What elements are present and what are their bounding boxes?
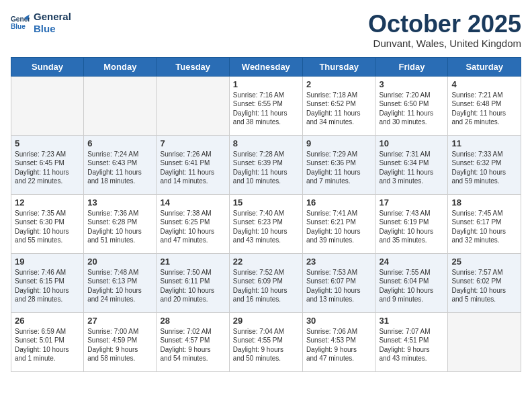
day-number: 12 (15, 197, 80, 208)
day-cell: 19Sunrise: 7:46 AM Sunset: 6:15 PM Dayli… (11, 253, 84, 312)
day-number: 4 (451, 79, 517, 89)
day-cell: 2Sunrise: 7:18 AM Sunset: 6:52 PM Daylig… (302, 76, 375, 135)
day-cell: 7Sunrise: 7:26 AM Sunset: 6:41 PM Daylig… (157, 135, 229, 194)
day-number: 27 (87, 316, 152, 326)
day-cell: 5Sunrise: 7:23 AM Sunset: 6:45 PM Daylig… (11, 135, 84, 194)
day-info: Sunrise: 7:48 AM Sunset: 6:13 PM Dayligh… (87, 268, 152, 304)
page-header: General Blue General Blue October 2025 D… (11, 11, 521, 49)
day-cell: 17Sunrise: 7:43 AM Sunset: 6:19 PM Dayli… (375, 194, 448, 253)
day-info: Sunrise: 7:29 AM Sunset: 6:36 PM Dayligh… (306, 150, 372, 186)
calendar-table: SundayMondayTuesdayWednesdayThursdayFrid… (11, 57, 521, 372)
day-cell: 22Sunrise: 7:52 AM Sunset: 6:09 PM Dayli… (229, 253, 302, 312)
day-info: Sunrise: 7:50 AM Sunset: 6:11 PM Dayligh… (160, 268, 225, 304)
day-info: Sunrise: 7:23 AM Sunset: 6:45 PM Dayligh… (15, 150, 80, 186)
day-info: Sunrise: 6:59 AM Sunset: 5:01 PM Dayligh… (15, 327, 80, 363)
logo: General Blue General Blue (11, 11, 71, 35)
day-cell: 16Sunrise: 7:41 AM Sunset: 6:21 PM Dayli… (302, 194, 375, 253)
day-number: 7 (160, 138, 225, 148)
day-cell: 11Sunrise: 7:33 AM Sunset: 6:32 PM Dayli… (448, 135, 521, 194)
day-number: 13 (87, 197, 152, 208)
day-cell: 25Sunrise: 7:57 AM Sunset: 6:02 PM Dayli… (448, 253, 521, 312)
day-number: 22 (233, 257, 299, 267)
day-info: Sunrise: 7:21 AM Sunset: 6:48 PM Dayligh… (451, 91, 517, 127)
day-number: 1 (233, 79, 299, 89)
day-info: Sunrise: 7:52 AM Sunset: 6:09 PM Dayligh… (233, 268, 299, 304)
day-info: Sunrise: 7:24 AM Sunset: 6:43 PM Dayligh… (87, 150, 152, 186)
day-info: Sunrise: 7:31 AM Sunset: 6:34 PM Dayligh… (379, 150, 444, 186)
day-number: 26 (15, 316, 80, 326)
day-cell: 27Sunrise: 7:00 AM Sunset: 4:59 PM Dayli… (84, 312, 157, 371)
day-cell: 26Sunrise: 6:59 AM Sunset: 5:01 PM Dayli… (11, 312, 84, 371)
day-number: 6 (87, 138, 152, 148)
day-info: Sunrise: 7:53 AM Sunset: 6:07 PM Dayligh… (306, 268, 372, 304)
day-cell: 1Sunrise: 7:16 AM Sunset: 6:55 PM Daylig… (229, 76, 302, 135)
weekday-header-sunday: Sunday (11, 57, 84, 76)
day-info: Sunrise: 7:43 AM Sunset: 6:19 PM Dayligh… (379, 209, 444, 245)
day-number: 19 (15, 257, 80, 267)
day-info: Sunrise: 7:55 AM Sunset: 6:04 PM Dayligh… (379, 268, 444, 304)
weekday-header-friday: Friday (375, 57, 448, 76)
day-info: Sunrise: 7:46 AM Sunset: 6:15 PM Dayligh… (15, 268, 80, 304)
day-info: Sunrise: 7:20 AM Sunset: 6:50 PM Dayligh… (379, 91, 444, 127)
day-cell: 9Sunrise: 7:29 AM Sunset: 6:36 PM Daylig… (302, 135, 375, 194)
title-block: October 2025 Dunvant, Wales, United King… (368, 11, 521, 49)
day-cell: 23Sunrise: 7:53 AM Sunset: 6:07 PM Dayli… (302, 253, 375, 312)
weekday-header-row: SundayMondayTuesdayWednesdayThursdayFrid… (11, 57, 521, 76)
day-info: Sunrise: 7:40 AM Sunset: 6:23 PM Dayligh… (233, 209, 299, 245)
day-cell (11, 76, 84, 135)
day-cell: 15Sunrise: 7:40 AM Sunset: 6:23 PM Dayli… (229, 194, 302, 253)
day-number: 21 (160, 257, 225, 267)
day-info: Sunrise: 7:02 AM Sunset: 4:57 PM Dayligh… (160, 327, 225, 363)
week-row-4: 19Sunrise: 7:46 AM Sunset: 6:15 PM Dayli… (11, 253, 521, 312)
svg-text:Blue: Blue (11, 23, 26, 30)
day-cell: 30Sunrise: 7:06 AM Sunset: 4:53 PM Dayli… (302, 312, 375, 371)
logo-line2: Blue (34, 23, 71, 35)
day-info: Sunrise: 7:33 AM Sunset: 6:32 PM Dayligh… (451, 150, 517, 186)
day-number: 11 (451, 138, 517, 148)
day-number: 28 (160, 316, 225, 326)
day-number: 18 (451, 197, 517, 208)
month-title: October 2025 (368, 11, 521, 38)
day-cell: 8Sunrise: 7:28 AM Sunset: 6:39 PM Daylig… (229, 135, 302, 194)
location-text: Dunvant, Wales, United Kingdom (368, 38, 521, 49)
day-cell (84, 76, 157, 135)
day-info: Sunrise: 7:18 AM Sunset: 6:52 PM Dayligh… (306, 91, 372, 127)
day-info: Sunrise: 7:38 AM Sunset: 6:25 PM Dayligh… (160, 209, 225, 245)
weekday-header-thursday: Thursday (302, 57, 375, 76)
day-number: 24 (379, 257, 444, 267)
day-cell: 28Sunrise: 7:02 AM Sunset: 4:57 PM Dayli… (157, 312, 229, 371)
weekday-header-saturday: Saturday (448, 57, 521, 76)
day-number: 30 (306, 316, 372, 326)
day-info: Sunrise: 7:04 AM Sunset: 4:55 PM Dayligh… (233, 327, 299, 363)
day-cell: 21Sunrise: 7:50 AM Sunset: 6:11 PM Dayli… (157, 253, 229, 312)
day-number: 17 (379, 197, 444, 208)
day-number: 20 (87, 257, 152, 267)
logo-line1: General (34, 11, 71, 23)
day-number: 14 (160, 197, 225, 208)
day-cell (157, 76, 229, 135)
day-number: 3 (379, 79, 444, 89)
day-cell: 6Sunrise: 7:24 AM Sunset: 6:43 PM Daylig… (84, 135, 157, 194)
day-number: 31 (379, 316, 444, 326)
day-cell: 12Sunrise: 7:35 AM Sunset: 6:30 PM Dayli… (11, 194, 84, 253)
day-number: 29 (233, 316, 299, 326)
day-info: Sunrise: 7:06 AM Sunset: 4:53 PM Dayligh… (306, 327, 372, 363)
day-number: 25 (451, 257, 517, 267)
day-number: 5 (15, 138, 80, 148)
day-number: 15 (233, 197, 299, 208)
day-number: 8 (233, 138, 299, 148)
day-cell: 24Sunrise: 7:55 AM Sunset: 6:04 PM Dayli… (375, 253, 448, 312)
day-cell: 20Sunrise: 7:48 AM Sunset: 6:13 PM Dayli… (84, 253, 157, 312)
day-info: Sunrise: 7:36 AM Sunset: 6:28 PM Dayligh… (87, 209, 152, 245)
week-row-2: 5Sunrise: 7:23 AM Sunset: 6:45 PM Daylig… (11, 135, 521, 194)
week-row-3: 12Sunrise: 7:35 AM Sunset: 6:30 PM Dayli… (11, 194, 521, 253)
day-number: 2 (306, 79, 372, 89)
day-cell (448, 312, 521, 371)
day-cell: 31Sunrise: 7:07 AM Sunset: 4:51 PM Dayli… (375, 312, 448, 371)
day-info: Sunrise: 7:57 AM Sunset: 6:02 PM Dayligh… (451, 268, 517, 304)
weekday-header-wednesday: Wednesday (229, 57, 302, 76)
logo-icon: General Blue (11, 13, 30, 32)
weekday-header-monday: Monday (84, 57, 157, 76)
day-info: Sunrise: 7:35 AM Sunset: 6:30 PM Dayligh… (15, 209, 80, 245)
week-row-1: 1Sunrise: 7:16 AM Sunset: 6:55 PM Daylig… (11, 76, 521, 135)
